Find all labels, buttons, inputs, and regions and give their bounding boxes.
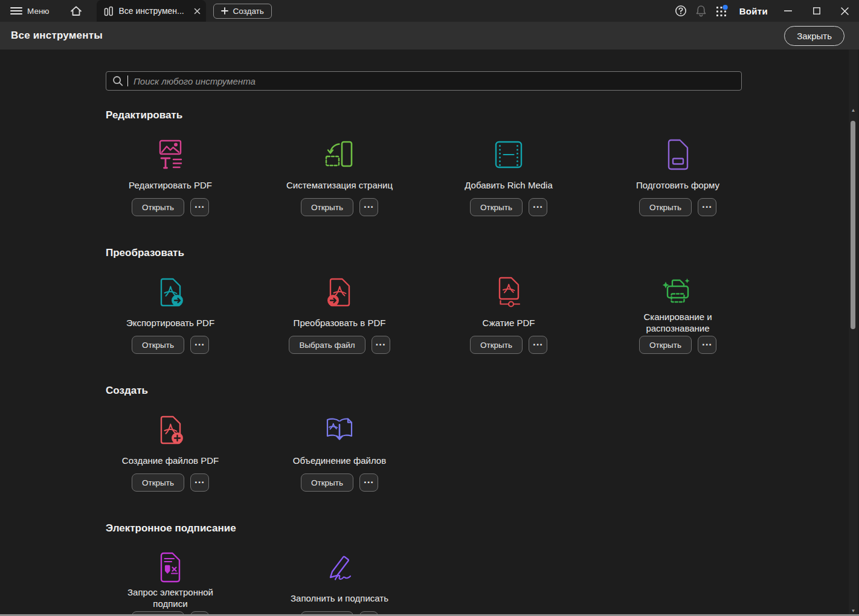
apps-grid-icon[interactable] xyxy=(712,0,732,22)
page-header: Все инструменты Закрыть xyxy=(0,22,859,50)
convert-to-pdf-icon xyxy=(326,274,353,310)
scroll-up-arrow-icon[interactable]: ▲ xyxy=(849,107,858,113)
search-icon xyxy=(112,75,123,86)
section-title: Преобразовать xyxy=(106,246,859,260)
create-button[interactable]: Создать xyxy=(213,4,272,19)
tool-label: Создание файлов PDF xyxy=(122,448,219,472)
tool-card-organize-pages: Систематизация страниц Открыть ··· xyxy=(255,136,424,216)
section-create: Создать Создание файлов PDF Открыть ··· xyxy=(86,384,859,492)
rich-media-icon xyxy=(495,136,523,173)
tool-label: Систематизация страниц xyxy=(286,173,393,197)
section-esign: Электронное подписание Запрос электронно… xyxy=(86,522,859,616)
open-button[interactable]: Открыть xyxy=(470,336,523,354)
compress-pdf-icon xyxy=(495,274,523,310)
page-title: Все инструменты xyxy=(11,30,103,42)
scan-ocr-icon xyxy=(662,274,693,310)
tool-label: Редактировать PDF xyxy=(129,173,212,197)
more-options-button[interactable]: ··· xyxy=(359,473,378,492)
open-button[interactable]: Открыть xyxy=(639,198,692,216)
more-options-button[interactable]: ··· xyxy=(190,473,209,492)
create-pdf-icon xyxy=(156,412,184,448)
close-window-button[interactable] xyxy=(831,0,859,22)
search-bar[interactable] xyxy=(106,71,742,91)
plus-icon xyxy=(221,7,228,14)
more-options-button[interactable]: ··· xyxy=(698,198,716,216)
tool-card-fill-sign: Заполнить и подписать Открыть ··· xyxy=(255,550,424,616)
open-button[interactable]: Открыть xyxy=(470,198,523,216)
combine-files-icon xyxy=(324,412,355,448)
more-options-button[interactable]: ··· xyxy=(529,336,547,354)
more-options-button[interactable]: ··· xyxy=(359,198,378,216)
home-icon xyxy=(70,5,82,16)
tool-card-create-pdf: Создание файлов PDF Открыть ··· xyxy=(86,412,255,492)
open-button[interactable]: Открыть xyxy=(301,473,353,492)
tab-all-tools[interactable]: Все инструмен... xyxy=(97,0,206,22)
tool-card-scan-ocr: Сканирование и распознавание Открыть ··· xyxy=(593,274,762,354)
tool-card-rich-media: Добавить Rich Media Открыть ··· xyxy=(424,136,593,216)
scroll-down-arrow-icon[interactable]: ▼ xyxy=(849,608,858,614)
sign-in-button[interactable]: Войти xyxy=(739,6,768,16)
tool-label: Добавить Rich Media xyxy=(465,173,553,197)
tool-card-combine-files: Объединение файлов Открыть ··· xyxy=(255,412,424,492)
notification-dot xyxy=(723,5,728,10)
tool-card-prepare-form: Подготовить форму Открыть ··· xyxy=(593,136,762,216)
tool-label: Экспортировать PDF xyxy=(126,310,214,335)
tab-close-icon[interactable] xyxy=(194,8,201,14)
section-title: Редактировать xyxy=(106,109,859,122)
choose-file-button[interactable]: Выбрать файл xyxy=(289,336,365,354)
tool-label: Запрос электронной подписи xyxy=(113,586,228,610)
organize-pages-icon xyxy=(325,136,354,173)
help-button[interactable] xyxy=(671,0,691,22)
vertical-scrollbar[interactable]: ▲ ▼ xyxy=(849,50,858,616)
scrollbar-thumb[interactable] xyxy=(851,121,855,329)
tool-card-compress-pdf: Сжатие PDF Открыть ··· xyxy=(424,274,593,354)
open-button[interactable]: Открыть xyxy=(639,336,692,354)
more-options-button[interactable]: ··· xyxy=(698,336,716,354)
create-label: Создать xyxy=(233,7,264,16)
prepare-form-icon xyxy=(665,136,690,173)
titlebar: Меню Все инструмен... Создать xyxy=(0,0,859,22)
tool-label: Подготовить форму xyxy=(636,173,719,197)
export-pdf-icon xyxy=(156,274,184,310)
section-title: Электронное подписание xyxy=(106,522,859,535)
tab-title: Все инструмен... xyxy=(119,6,188,16)
close-tools-button[interactable]: Закрыть xyxy=(784,26,845,46)
more-options-button[interactable]: ··· xyxy=(372,336,390,354)
tool-card-convert-to-pdf: Преобразовать в PDF Выбрать файл ··· xyxy=(255,274,424,354)
open-button[interactable]: Открыть xyxy=(132,473,184,492)
menu-button[interactable]: Меню xyxy=(0,0,56,22)
request-signature-icon xyxy=(158,550,183,586)
home-button[interactable] xyxy=(64,0,88,22)
more-options-button[interactable]: ··· xyxy=(190,198,209,216)
notifications-bell-icon[interactable] xyxy=(691,0,712,22)
tool-label: Заполнить и подписать xyxy=(291,586,388,610)
section-title: Создать xyxy=(106,384,859,397)
section-convert: Преобразовать Экспортировать PDF Открыть… xyxy=(86,246,859,354)
all-tools-content: Редактировать Редактировать PDF Открыть … xyxy=(0,50,859,616)
tool-card-edit-pdf: Редактировать PDF Открыть ··· xyxy=(86,136,255,216)
tool-label: Преобразовать в PDF xyxy=(294,310,386,335)
more-options-button[interactable]: ··· xyxy=(190,336,209,354)
tool-label: Сжатие PDF xyxy=(483,310,535,335)
minimize-button[interactable] xyxy=(774,0,802,22)
hamburger-icon xyxy=(10,7,22,15)
tool-label: Сканирование и распознавание xyxy=(620,310,735,335)
fill-sign-icon xyxy=(325,550,354,586)
titlebar-right: Войти xyxy=(671,0,859,22)
section-edit: Редактировать Редактировать PDF Открыть … xyxy=(86,109,859,216)
maximize-button[interactable] xyxy=(802,0,831,22)
more-options-button[interactable]: ··· xyxy=(529,198,547,216)
open-button[interactable]: Открыть xyxy=(132,336,184,354)
open-button[interactable]: Открыть xyxy=(301,198,353,216)
search-input[interactable] xyxy=(132,75,735,87)
tools-tab-icon xyxy=(104,6,114,16)
tool-card-export-pdf: Экспортировать PDF Открыть ··· xyxy=(86,274,255,354)
tool-card-request-signature: Запрос электронной подписи Открыть ··· xyxy=(86,550,255,616)
text-caret xyxy=(127,75,128,86)
menu-label: Меню xyxy=(27,7,50,16)
open-button[interactable]: Открыть xyxy=(132,198,184,216)
edit-pdf-icon xyxy=(156,136,184,173)
tool-label: Объединение файлов xyxy=(293,448,386,472)
